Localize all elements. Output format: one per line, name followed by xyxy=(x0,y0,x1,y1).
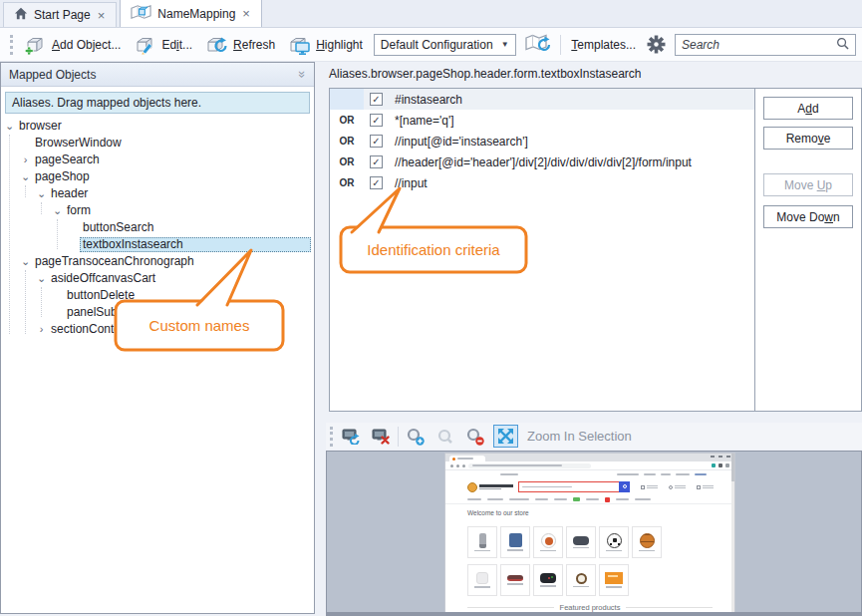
edit-cube-pencil-icon xyxy=(134,35,156,55)
close-icon[interactable]: × xyxy=(97,9,107,22)
checkbox-checked[interactable]: ✓ xyxy=(370,93,383,106)
zoom-out-icon[interactable] xyxy=(463,425,488,448)
chevron-expanded-icon[interactable]: ⌄ xyxy=(35,270,48,287)
highlight-label: Highlight xyxy=(316,38,363,52)
preview-sale-badge xyxy=(605,497,610,502)
collapse-panel-icon[interactable]: » xyxy=(295,71,310,78)
preview-category-tile-basketball xyxy=(632,526,662,558)
checkbox-checked[interactable]: ✓ xyxy=(370,155,383,168)
mapped-objects-tree: ⌄browser BrowserWindow ›pageSearch ⌄page… xyxy=(1,118,314,338)
close-icon[interactable]: × xyxy=(241,7,251,20)
tree-item-header[interactable]: ⌄header xyxy=(1,185,314,202)
criteria-value[interactable]: *[name='q'] xyxy=(395,114,454,128)
toolbar-grip[interactable] xyxy=(10,35,13,55)
preview-category-tile-soccer xyxy=(599,526,629,558)
add-object-cube-plus-icon xyxy=(24,35,47,55)
namemapping-map-icon xyxy=(131,4,151,23)
selected-object-path: Aliases.browser.pageShop.header.form.tex… xyxy=(329,67,642,81)
refresh-button[interactable]: Refresh xyxy=(203,33,277,57)
preview-store-nav xyxy=(445,495,734,504)
mapped-objects-header: Mapped Objects » xyxy=(1,63,314,87)
tree-item-pageshop[interactable]: ⌄pageShop xyxy=(1,168,314,185)
configuration-dropdown[interactable]: Default Configuration ▼ xyxy=(374,34,516,56)
tab-label: NameMapping xyxy=(157,7,235,21)
chevron-expanded-icon[interactable]: ⌄ xyxy=(19,168,32,185)
checkbox-checked[interactable]: ✓ xyxy=(370,135,383,148)
edit-label: Edit... xyxy=(161,38,192,52)
gear-icon[interactable] xyxy=(647,35,666,54)
panel-title: Mapped Objects xyxy=(9,68,96,82)
document-tab-bar: Start Page × NameMapping × xyxy=(0,0,862,28)
preview-address-bar xyxy=(445,462,734,470)
preview-category-tile-golf xyxy=(467,564,497,596)
preview-scrollbar xyxy=(731,454,734,616)
add-object-label: Add Object... xyxy=(52,38,121,52)
chevron-expanded-icon[interactable]: ⌄ xyxy=(19,253,32,270)
remove-button[interactable]: Remove xyxy=(763,127,853,150)
preview-store-utility-bar xyxy=(445,470,734,478)
highlight-button[interactable]: Highlight xyxy=(286,33,365,57)
criteria-value[interactable]: //input[@id='instasearch'] xyxy=(395,135,528,149)
checkbox-checked[interactable]: ✓ xyxy=(370,176,383,189)
tree-item-textboxinstasearch[interactable]: textboxInstasearch xyxy=(1,236,314,253)
search-input[interactable] xyxy=(682,38,836,52)
tree-item-buttondelete[interactable]: buttonDelete xyxy=(1,287,314,304)
zoom-in-icon[interactable] xyxy=(404,425,429,448)
criteria-row[interactable]: OR ✓ *[name='q'] xyxy=(330,110,754,131)
criteria-value[interactable]: //input xyxy=(395,176,428,190)
search-icon[interactable] xyxy=(836,37,849,53)
tree-item-buttonsearch[interactable]: buttonSearch xyxy=(1,219,314,236)
add-object-button[interactable]: Add Object... xyxy=(22,33,123,57)
criteria-row[interactable]: OR ✓ //input xyxy=(330,172,754,193)
toolbar-separator xyxy=(560,35,561,55)
preview-featured-products-row xyxy=(445,612,734,616)
preview-header-links xyxy=(641,484,658,490)
tree-item-sectioncontent[interactable]: ›sectionConte xyxy=(1,321,314,338)
chevron-expanded-icon[interactable]: ⌄ xyxy=(51,202,64,219)
criteria-row[interactable]: OR ✓ //header[@id='header']/div[2]/div/d… xyxy=(330,152,754,172)
reload-configurations-map-icon[interactable] xyxy=(525,32,551,57)
criteria-value[interactable]: #instasearch xyxy=(395,93,462,107)
chevron-collapsed-icon[interactable]: › xyxy=(35,321,48,338)
add-button[interactable]: Add xyxy=(763,97,853,120)
tree-item-browser[interactable]: ⌄browser xyxy=(1,118,314,135)
chevron-down-icon: ▼ xyxy=(501,40,509,49)
tab-start-page[interactable]: Start Page × xyxy=(3,2,117,27)
preview-store-logo xyxy=(467,482,513,492)
tab-namemapping[interactable]: NameMapping × xyxy=(120,0,262,27)
object-preview-panel[interactable]: Welcome to our store Featured products xyxy=(326,451,862,616)
chevron-expanded-icon[interactable]: ⌄ xyxy=(35,185,48,202)
aliases-drop-area[interactable]: Aliases. Drag mapped objects here. xyxy=(5,92,310,114)
preview-store-search-highlighted xyxy=(518,481,630,492)
tree-item-browserwindow[interactable]: BrowserWindow xyxy=(1,135,314,152)
toolbar-grip[interactable] xyxy=(330,427,333,447)
edit-button[interactable]: Edit... xyxy=(132,33,194,57)
tree-item-asideoffcanvascart[interactable]: ⌄asideOffcanvasCart xyxy=(1,270,314,287)
checkbox-checked[interactable]: ✓ xyxy=(370,114,383,127)
move-down-button[interactable]: Move Down xyxy=(763,205,853,228)
refresh-image-icon[interactable] xyxy=(338,425,363,448)
criteria-value[interactable]: //header[@id='header']/div[2]/div/div/di… xyxy=(395,155,692,169)
search-field[interactable] xyxy=(675,34,856,56)
templates-button[interactable]: Templates... xyxy=(569,36,638,54)
tree-item-panelsubtotal[interactable]: panelSubt xyxy=(1,304,314,321)
image-zoom-toolbar: Zoom In Selection xyxy=(326,423,862,450)
zoom-in-selection-icon[interactable] xyxy=(493,425,518,448)
templates-label: Templates... xyxy=(571,38,636,52)
chevron-collapsed-icon[interactable]: › xyxy=(19,152,32,168)
toolbar-separator xyxy=(398,427,399,447)
preview-featured-heading: Featured products xyxy=(560,603,621,612)
criteria-row[interactable]: OR ✓ //input[@id='instasearch'] xyxy=(330,131,754,152)
chevron-expanded-icon[interactable]: ⌄ xyxy=(3,118,16,135)
preview-category-tiles-row1 xyxy=(445,520,734,558)
preview-category-tile-headphones xyxy=(566,526,596,558)
delete-image-icon[interactable] xyxy=(368,425,393,448)
criteria-row[interactable]: ✓ #instasearch xyxy=(330,89,754,110)
tree-item-pagetransoceanchronograph[interactable]: ⌄pageTransoceanChronograph xyxy=(1,253,314,270)
mapped-objects-panel: Mapped Objects » Aliases. Drag mapped ob… xyxy=(0,62,315,614)
tree-item-pagesearch[interactable]: ›pageSearch xyxy=(1,152,314,168)
tree-item-form[interactable]: ⌄form xyxy=(1,202,314,219)
zoom-mode-label: Zoom In Selection xyxy=(527,429,632,444)
zoom-icon xyxy=(433,425,458,448)
namemapping-toolbar: Add Object... Edit... Refresh xyxy=(0,28,862,62)
